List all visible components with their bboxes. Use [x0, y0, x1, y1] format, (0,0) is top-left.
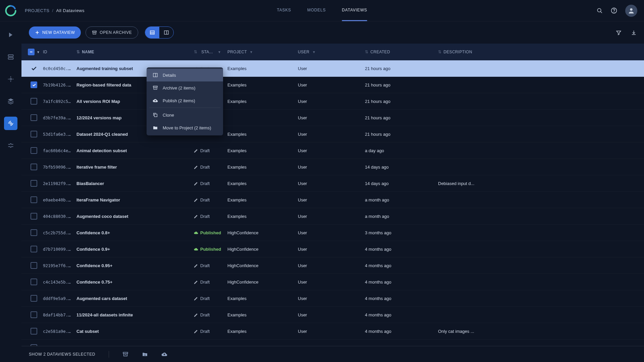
table-row[interactable]: 92195e7f6...Confidence 0.95+DraftHighCon…: [21, 257, 644, 274]
col-status-label[interactable]: STA...: [201, 50, 213, 54]
row-checkbox[interactable]: [31, 311, 37, 318]
row-status: Draft: [194, 345, 227, 346]
status-label: Draft: [200, 148, 210, 153]
row-status: Published: [194, 247, 227, 252]
publish-action-icon[interactable]: [161, 351, 167, 357]
row-name: BiasBalancer: [76, 181, 194, 186]
ctx-details[interactable]: Details: [147, 69, 223, 81]
col-user-label[interactable]: USER: [298, 50, 310, 54]
select-all-checkbox[interactable]: [28, 49, 35, 55]
table-row[interactable]: 7b19b4126...Region-based filtered dataEx…: [21, 77, 644, 93]
pencil-icon: [194, 329, 198, 334]
view-toggle: [145, 26, 174, 39]
table-row[interactable]: 2e11982f9...BiasBalancerDraftExamplesUse…: [21, 175, 644, 192]
row-checkbox[interactable]: [31, 279, 37, 285]
row-checkbox[interactable]: [31, 213, 37, 220]
table-row[interactable]: fac60b6c4e...Animal detection subsetDraf…: [21, 142, 644, 159]
table-row[interactable]: 7a1fc892c5...All versions ROI MapExample…: [21, 93, 644, 110]
sort-icon[interactable]: ⇅: [76, 50, 80, 54]
row-checkbox[interactable]: [31, 262, 37, 269]
row-project: Examples: [227, 312, 298, 317]
filter-icon[interactable]: ▾: [218, 50, 220, 54]
col-name-label[interactable]: NAME: [82, 50, 94, 54]
col-desc-label[interactable]: DESCRIPTION: [443, 50, 472, 54]
archive-action-icon[interactable]: [122, 351, 128, 357]
ctx-clone[interactable]: Clone: [147, 109, 223, 121]
sort-icon[interactable]: ⇅: [194, 50, 197, 54]
row-checkbox[interactable]: [31, 344, 37, 346]
download-icon[interactable]: [631, 30, 637, 36]
table-row[interactable]: d3b7fe39a...12/2024 versions mapUser21 h…: [21, 110, 644, 126]
row-checkbox[interactable]: [31, 246, 37, 252]
open-archive-button[interactable]: OPEN ARCHIVE: [86, 26, 138, 39]
new-dataview-button[interactable]: NEW DATAVIEW: [29, 26, 81, 39]
ctx-publish[interactable]: Publish (2 items): [147, 94, 223, 107]
table-row[interactable]: d7b710099...Confidence 0.9+PublishedHigh…: [21, 241, 644, 257]
table-row[interactable]: c5c2b755d...Confidence 0.8+PublishedHigh…: [21, 225, 644, 241]
table-row[interactable]: 75acaf6a79...Tiger subsetDraftExamplesUs…: [21, 340, 644, 346]
row-user: User: [298, 197, 365, 202]
search-icon[interactable]: [597, 8, 603, 14]
table-row[interactable]: c4c143e5b...Confidence 0.75+DraftHighCon…: [21, 274, 644, 290]
row-checkbox[interactable]: [31, 328, 37, 335]
col-id-label[interactable]: ID: [43, 50, 47, 54]
breadcrumb-sep: /: [52, 8, 53, 13]
row-checkbox[interactable]: [31, 98, 37, 105]
status-label: Draft: [200, 329, 210, 334]
table-row[interactable]: 7bfb59096...Iterative frame filterDraftE…: [21, 159, 644, 175]
svg-point-7: [10, 78, 12, 80]
row-checkbox[interactable]: [31, 295, 37, 302]
row-status: Draft: [194, 181, 227, 186]
view-list-icon[interactable]: [145, 27, 159, 38]
row-checkbox[interactable]: [31, 180, 37, 187]
row-id: c2e581a9e...: [43, 329, 76, 334]
table-row[interactable]: c2e581a9e...Cat subsetDraftExamplesUser4…: [21, 323, 644, 340]
app-logo[interactable]: [0, 0, 21, 21]
col-project-label[interactable]: PROJECT: [227, 50, 247, 54]
filter-icon[interactable]: [616, 30, 622, 36]
filter-icon[interactable]: ▾: [313, 50, 315, 54]
status-label: Draft: [200, 263, 210, 268]
table-row[interactable]: e0aebe40b...IteraFrame NavigatorDraftExa…: [21, 192, 644, 208]
col-created-label[interactable]: CREATED: [370, 50, 390, 54]
table-row[interactable]: dddf9e5a9...Augmented cars datasetDraftE…: [21, 290, 644, 307]
breadcrumb-root[interactable]: PROJECTS: [25, 8, 49, 13]
row-checkbox[interactable]: [31, 147, 37, 154]
selection-count[interactable]: SHOW 2 DATAVIEWS SELECTED: [29, 352, 95, 357]
row-checkbox[interactable]: [31, 229, 37, 236]
side-pipeline-icon[interactable]: [4, 139, 17, 152]
sort-icon[interactable]: ⇅: [438, 50, 441, 54]
ctx-archive[interactable]: Archive (2 items): [147, 81, 223, 94]
row-checkbox[interactable]: [31, 114, 37, 121]
breadcrumb-current: All Dataviews: [56, 8, 85, 13]
chevron-down-icon[interactable]: ▼: [37, 50, 40, 54]
tab-dataviews[interactable]: DATAVIEWS: [342, 0, 367, 21]
status-label: Draft: [200, 296, 210, 301]
ctx-move[interactable]: Move to Project (2 items): [147, 121, 223, 134]
table-row[interactable]: 0c0cd450c...Augmented training subsetDra…: [21, 60, 644, 77]
help-icon[interactable]: [611, 7, 617, 14]
side-deploy-icon[interactable]: [4, 72, 17, 86]
row-created: 4 months ago: [365, 280, 438, 285]
user-avatar[interactable]: [625, 5, 637, 17]
side-dataviews-icon[interactable]: [4, 117, 17, 130]
side-storage-icon[interactable]: [4, 50, 17, 64]
sort-icon[interactable]: ⇅: [365, 50, 368, 54]
tab-tasks[interactable]: TASKS: [277, 0, 291, 21]
side-layers-icon[interactable]: [4, 95, 17, 108]
side-run-icon[interactable]: [4, 28, 17, 42]
row-checkbox[interactable]: [31, 131, 37, 137]
move-action-icon[interactable]: [142, 351, 148, 357]
row-checkbox[interactable]: [31, 65, 37, 72]
status-label: Draft: [200, 345, 210, 346]
view-detail-icon[interactable]: [159, 27, 173, 38]
table-row[interactable]: 8daf14bb7...11/2024-all datasets infinit…: [21, 307, 644, 323]
row-checkbox[interactable]: [31, 164, 37, 170]
table-row[interactable]: 53d1fa6e3...Dataset 2024-Q1 cleanedExamp…: [21, 126, 644, 142]
table-row[interactable]: 404c88030...Augmented coco datasetDraftE…: [21, 208, 644, 225]
tab-models[interactable]: MODELS: [307, 0, 326, 21]
row-checkbox[interactable]: [31, 196, 37, 203]
filter-icon[interactable]: ▾: [250, 50, 252, 54]
row-checkbox[interactable]: [31, 81, 37, 88]
row-id: e0aebe40b...: [43, 197, 76, 202]
